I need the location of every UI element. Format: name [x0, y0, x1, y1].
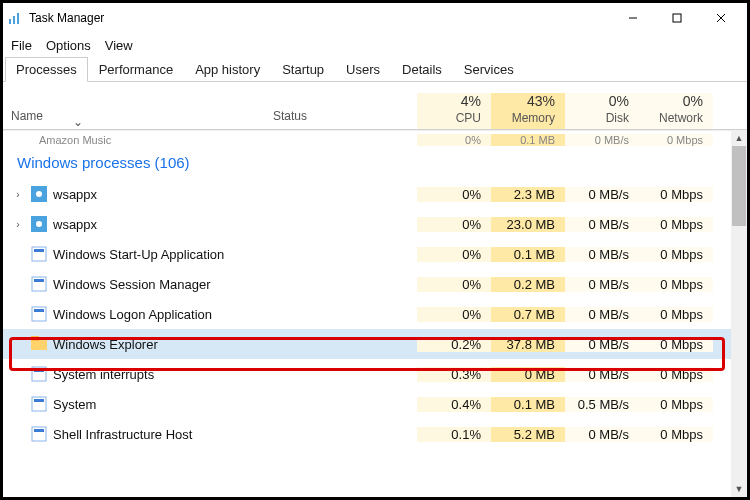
- tab-processes[interactable]: Processes: [5, 57, 88, 82]
- memory-pct: 43%: [527, 93, 555, 109]
- chevron-down-icon: ⌄: [73, 115, 83, 129]
- svg-rect-14: [34, 279, 44, 282]
- svg-rect-22: [34, 399, 44, 402]
- table-row[interactable]: ›wsappx0%23.0 MB0 MB/s0 Mbps: [3, 209, 747, 239]
- maximize-button[interactable]: [655, 4, 699, 32]
- svg-rect-17: [31, 340, 47, 350]
- cell-cpu: 0.4%: [417, 397, 491, 412]
- cutoff-row[interactable]: Amazon Music 0% 0.1 MB 0 MB/s 0 Mbps: [3, 130, 747, 148]
- menu-view[interactable]: View: [105, 38, 133, 53]
- cell-memory: 0.1 MB: [491, 397, 565, 412]
- table-row[interactable]: ›wsappx0%2.3 MB0 MB/s0 Mbps: [3, 179, 747, 209]
- disk-label: Disk: [606, 111, 629, 125]
- titlebar[interactable]: Task Manager: [3, 3, 747, 33]
- cell-disk: 0 MB/s: [565, 427, 639, 442]
- window: Task Manager File Options View Processes…: [0, 0, 750, 500]
- tab-app-history[interactable]: App history: [184, 57, 271, 81]
- vertical-scrollbar[interactable]: ▲ ▼: [731, 130, 747, 497]
- close-button[interactable]: [699, 4, 743, 32]
- cell-network: 0 Mbps: [639, 337, 713, 352]
- tab-startup[interactable]: Startup: [271, 57, 335, 81]
- process-icon: [31, 336, 47, 352]
- process-name: Shell Infrastructure Host: [53, 427, 192, 442]
- cell-disk: 0 MB/s: [565, 134, 639, 146]
- cell-disk: 0.5 MB/s: [565, 397, 639, 412]
- group-windows-processes[interactable]: Windows processes (106): [3, 148, 747, 179]
- column-headers: ⌄ Name Status 4% CPU 43% Memory 0% Disk …: [3, 82, 747, 130]
- cpu-pct: 4%: [461, 93, 481, 109]
- cell-cpu: 0.3%: [417, 367, 491, 382]
- svg-rect-20: [34, 369, 44, 372]
- cell-cpu: 0%: [417, 217, 491, 232]
- table-row[interactable]: System0.4%0.1 MB0.5 MB/s0 Mbps: [3, 389, 747, 419]
- svg-rect-2: [17, 13, 19, 24]
- tab-users[interactable]: Users: [335, 57, 391, 81]
- cell-memory: 0.7 MB: [491, 307, 565, 322]
- cell-network: 0 Mbps: [639, 367, 713, 382]
- expand-icon[interactable]: ›: [11, 219, 25, 230]
- process-icon: [31, 276, 47, 292]
- svg-rect-1: [13, 16, 15, 24]
- cell-memory: 0.1 MB: [491, 134, 565, 146]
- table-row[interactable]: Windows Explorer0.2%37.8 MB0 MB/s0 Mbps: [3, 329, 747, 359]
- col-disk[interactable]: 0% Disk: [565, 93, 639, 129]
- process-icon: [31, 366, 47, 382]
- tab-services[interactable]: Services: [453, 57, 525, 81]
- process-list: Amazon Music 0% 0.1 MB 0 MB/s 0 Mbps Win…: [3, 130, 747, 497]
- col-memory[interactable]: 43% Memory: [491, 93, 565, 129]
- process-name: Windows Start-Up Application: [53, 247, 224, 262]
- cell-cpu: 0.2%: [417, 337, 491, 352]
- col-status-label: Status: [273, 109, 307, 123]
- table-row[interactable]: Windows Logon Application0%0.7 MB0 MB/s0…: [3, 299, 747, 329]
- svg-rect-24: [34, 429, 44, 432]
- svg-rect-0: [9, 19, 11, 24]
- cell-disk: 0 MB/s: [565, 217, 639, 232]
- process-name: Windows Logon Application: [53, 307, 212, 322]
- col-name-label: Name: [11, 109, 43, 123]
- cell-cpu: 0%: [417, 307, 491, 322]
- svg-rect-18: [31, 336, 39, 341]
- cell-disk: 0 MB/s: [565, 367, 639, 382]
- cell-network: 0 Mbps: [639, 247, 713, 262]
- cell-memory: 2.3 MB: [491, 187, 565, 202]
- process-name: wsappx: [53, 217, 97, 232]
- cell-cpu: 0.1%: [417, 427, 491, 442]
- svg-rect-12: [34, 249, 44, 252]
- menu-file[interactable]: File: [11, 38, 32, 53]
- scroll-track[interactable]: [731, 146, 747, 481]
- cell-network: 0 Mbps: [639, 427, 713, 442]
- expand-icon[interactable]: ›: [11, 189, 25, 200]
- cell-cpu: 0%: [417, 277, 491, 292]
- process-name: System interrupts: [53, 367, 154, 382]
- scroll-thumb[interactable]: [732, 146, 746, 226]
- svg-rect-16: [34, 309, 44, 312]
- col-name[interactable]: ⌄ Name: [3, 109, 267, 129]
- process-name: Windows Explorer: [53, 337, 158, 352]
- col-status[interactable]: Status: [267, 109, 417, 129]
- scroll-down-icon[interactable]: ▼: [731, 481, 747, 497]
- tab-performance[interactable]: Performance: [88, 57, 184, 81]
- table-row[interactable]: Windows Session Manager0%0.2 MB0 MB/s0 M…: [3, 269, 747, 299]
- process-icon: [31, 216, 47, 232]
- table-row[interactable]: System interrupts0.3%0 MB0 MB/s0 Mbps: [3, 359, 747, 389]
- scroll-up-icon[interactable]: ▲: [731, 130, 747, 146]
- cpu-label: CPU: [456, 111, 481, 125]
- cell-disk: 0 MB/s: [565, 337, 639, 352]
- disk-pct: 0%: [609, 93, 629, 109]
- window-title: Task Manager: [29, 11, 104, 25]
- table-row[interactable]: Windows Start-Up Application0%0.1 MB0 MB…: [3, 239, 747, 269]
- tab-details[interactable]: Details: [391, 57, 453, 81]
- process-icon: [31, 246, 47, 262]
- table-row[interactable]: Shell Infrastructure Host0.1%5.2 MB0 MB/…: [3, 419, 747, 449]
- minimize-button[interactable]: [611, 4, 655, 32]
- cell-cpu: 0%: [417, 187, 491, 202]
- col-cpu[interactable]: 4% CPU: [417, 93, 491, 129]
- svg-rect-4: [673, 14, 681, 22]
- process-name: Amazon Music: [3, 134, 267, 146]
- menu-options[interactable]: Options: [46, 38, 91, 53]
- cell-cpu: 0%: [417, 247, 491, 262]
- col-network[interactable]: 0% Network: [639, 93, 713, 129]
- process-icon: [31, 426, 47, 442]
- process-name: System: [53, 397, 96, 412]
- cell-disk: 0 MB/s: [565, 187, 639, 202]
